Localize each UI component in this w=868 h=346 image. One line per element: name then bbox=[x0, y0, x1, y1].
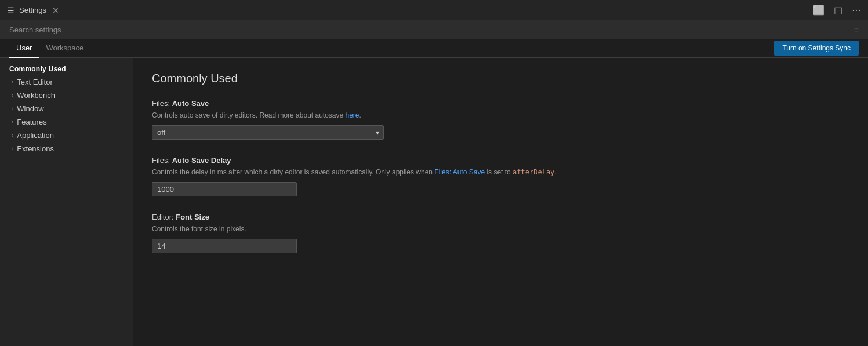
description-suffix: . bbox=[359, 111, 361, 119]
search-input[interactable] bbox=[9, 26, 854, 34]
sidebar-item-label: Text Editor bbox=[17, 78, 52, 86]
settings-content: Commonly Used Files: Auto Save Controls … bbox=[133, 58, 868, 346]
label-prefix: Editor: bbox=[152, 213, 176, 221]
section-title: Commonly Used bbox=[152, 72, 849, 85]
setting-files-auto-save: Files: Auto Save Controls auto save of d… bbox=[152, 99, 849, 140]
titlebar-right-icons: ⬜ ◫ ⋯ bbox=[813, 5, 861, 16]
sync-button[interactable]: Turn on Settings Sync bbox=[774, 41, 859, 56]
label-bold: Auto Save Delay bbox=[172, 156, 231, 165]
setting-label: Files: Auto Save bbox=[152, 99, 849, 108]
auto-save-select[interactable]: off afterDelay onFocusChange onWindowCha… bbox=[152, 125, 384, 140]
sidebar-item-window[interactable]: › Window bbox=[0, 102, 133, 115]
setting-description: Controls the delay in ms after which a d… bbox=[152, 167, 849, 177]
tabs-container: User Workspace Turn on Settings Sync bbox=[0, 39, 868, 58]
open-editors-icon[interactable]: ⬜ bbox=[813, 5, 825, 16]
font-size-input[interactable]: 14 bbox=[152, 239, 297, 253]
desc-part-1: Controls the delay in ms after which a d… bbox=[152, 168, 434, 176]
sidebar-item-features[interactable]: › Features bbox=[0, 115, 133, 129]
chevron-icon: › bbox=[12, 79, 13, 85]
chevron-icon: › bbox=[12, 119, 13, 125]
sidebar-item-label: Features bbox=[17, 118, 46, 126]
sidebar-item-label: Window bbox=[17, 104, 43, 113]
label-prefix: Files: bbox=[152, 99, 172, 108]
auto-save-delay-input[interactable]: 1000 bbox=[152, 182, 297, 196]
setting-editor-font-size: Editor: Font Size Controls the font size… bbox=[152, 213, 849, 253]
tab-user[interactable]: User bbox=[9, 39, 39, 58]
description-text: Controls auto save of dirty editors. Rea… bbox=[152, 111, 346, 119]
main-container: ≡ User Workspace Turn on Settings Sync C… bbox=[0, 20, 868, 346]
label-bold: Auto Save bbox=[172, 99, 209, 108]
search-bar: ≡ bbox=[0, 20, 868, 39]
content-area: Commonly Used › Text Editor › Workbench … bbox=[0, 58, 868, 346]
description-text: Controls the font size in pixels. bbox=[152, 225, 246, 233]
sidebar-item-label: Workbench bbox=[17, 91, 55, 100]
filter-icon[interactable]: ≡ bbox=[854, 25, 859, 34]
sidebar-item-label: Commonly Used bbox=[9, 65, 66, 73]
chevron-icon: › bbox=[12, 105, 13, 112]
select-wrapper: off afterDelay onFocusChange onWindowCha… bbox=[152, 125, 384, 140]
setting-label: Files: Auto Save Delay bbox=[152, 156, 849, 165]
sidebar-item-text-editor[interactable]: › Text Editor bbox=[0, 75, 133, 89]
auto-save-link[interactable]: Files: Auto Save bbox=[434, 168, 485, 176]
sidebar: Commonly Used › Text Editor › Workbench … bbox=[0, 58, 133, 346]
sidebar-item-workbench[interactable]: › Workbench bbox=[0, 89, 133, 102]
label-bold: Font Size bbox=[176, 213, 209, 221]
menu-icon[interactable]: ☰ bbox=[7, 6, 14, 15]
chevron-icon: › bbox=[12, 145, 13, 152]
sidebar-item-label: Extensions bbox=[17, 144, 54, 153]
sidebar-item-extensions[interactable]: › Extensions bbox=[0, 142, 133, 155]
description-link[interactable]: here bbox=[346, 111, 359, 119]
sidebar-item-label: Application bbox=[17, 131, 54, 140]
setting-description: Controls the font size in pixels. bbox=[152, 224, 849, 234]
setting-label: Editor: Font Size bbox=[152, 213, 849, 221]
more-actions-icon[interactable]: ⋯ bbox=[852, 5, 861, 16]
sidebar-item-application[interactable]: › Application bbox=[0, 129, 133, 142]
setting-files-auto-save-delay: Files: Auto Save Delay Controls the dela… bbox=[152, 156, 849, 196]
titlebar: ☰ Settings ✕ ⬜ ◫ ⋯ bbox=[0, 0, 868, 20]
after-delay-code: afterDelay bbox=[513, 168, 554, 176]
label-prefix: Files: bbox=[152, 156, 172, 165]
desc-part-5: . bbox=[554, 168, 556, 176]
tab-workspace[interactable]: Workspace bbox=[39, 39, 90, 58]
sidebar-item-commonly-used[interactable]: Commonly Used bbox=[0, 63, 133, 75]
chevron-icon: › bbox=[12, 92, 13, 99]
split-editor-icon[interactable]: ◫ bbox=[834, 5, 842, 16]
desc-part-3: is set to bbox=[485, 168, 513, 176]
chevron-icon: › bbox=[12, 132, 13, 139]
titlebar-title: Settings bbox=[19, 6, 46, 14]
setting-description: Controls auto save of dirty editors. Rea… bbox=[152, 110, 849, 121]
close-icon[interactable]: ✕ bbox=[52, 6, 59, 15]
